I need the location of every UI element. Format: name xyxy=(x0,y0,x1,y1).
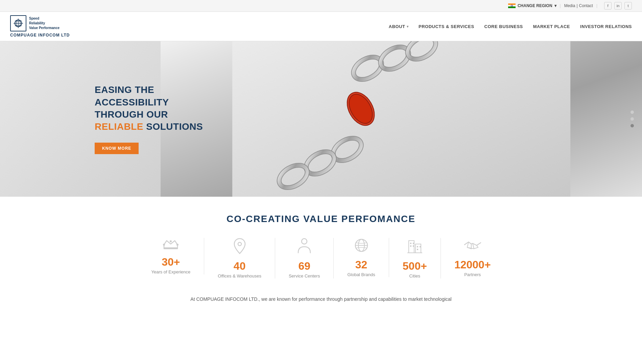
topbar-divider2: | xyxy=(596,3,597,8)
svg-rect-29 xyxy=(415,244,421,253)
svg-rect-22 xyxy=(164,247,177,249)
slider-dots xyxy=(631,111,634,127)
cities-number: 500+ xyxy=(403,261,427,271)
topbar-links: Media | Contact xyxy=(564,3,593,8)
hero-line1: EASING THE ACCESSIBILITY THROUGH OUR xyxy=(95,84,220,121)
logo-graphic: Speed Reliability Value Performance xyxy=(10,15,60,31)
svg-rect-31 xyxy=(413,243,414,244)
change-region-label: CHANGE REGION xyxy=(518,3,552,8)
hero-title: EASING THE ACCESSIBILITY THROUGH OUR REL… xyxy=(95,84,220,133)
description-section: At COMPUAGE INFOCOM LTD., we are known f… xyxy=(0,289,642,310)
svg-rect-35 xyxy=(417,249,418,250)
facebook-icon[interactable]: f xyxy=(604,2,612,9)
svg-point-24 xyxy=(302,239,307,244)
logo-line1: Speed xyxy=(29,16,60,21)
nav-core-business[interactable]: CORE BUSINESS xyxy=(484,21,523,32)
stats-title: CO-CREATING VALUE PERFOMANCE xyxy=(10,214,632,224)
change-region-button[interactable]: CHANGE REGION ▾ xyxy=(508,3,556,8)
crown-icon xyxy=(163,238,179,253)
logo-icon xyxy=(10,15,26,31)
hero-normal: SOLUTIONS xyxy=(143,121,203,132)
slider-dot-3[interactable] xyxy=(631,124,634,127)
offices-label: Offices & Warehouses xyxy=(218,273,261,278)
stat-years: 30+ Years of Experience xyxy=(138,238,204,274)
svg-point-23 xyxy=(238,242,241,246)
hero-highlight: RELIABLE xyxy=(95,121,143,132)
topbar-divider: | xyxy=(560,3,561,8)
description-text: At COMPUAGE INFOCOM LTD., we are known f… xyxy=(68,295,574,303)
handshake-icon xyxy=(464,238,481,256)
logo-line2: Reliability xyxy=(29,21,60,26)
nav-about[interactable]: ABOUT ▾ xyxy=(389,21,408,32)
linkedin-icon[interactable]: in xyxy=(614,2,622,9)
hero-background xyxy=(161,41,642,197)
location-icon xyxy=(234,238,246,257)
company-name: COMPUAGE INFOCOM LTD xyxy=(10,33,70,38)
nav-products-services[interactable]: PRODUCTS & SERVICES xyxy=(419,21,474,32)
globe-icon xyxy=(354,238,369,256)
stat-offices: 40 Offices & Warehouses xyxy=(204,238,275,278)
topbar-link-separator: | xyxy=(576,3,577,8)
svg-point-21 xyxy=(170,240,172,242)
brands-number: 32 xyxy=(355,259,367,270)
media-link[interactable]: Media xyxy=(564,3,575,8)
twitter-icon[interactable]: t xyxy=(624,2,632,9)
stat-service: 69 Service Centers xyxy=(275,238,334,278)
service-number: 69 xyxy=(298,261,310,271)
about-dropdown-arrow: ▾ xyxy=(407,25,409,28)
years-label: Years of Experience xyxy=(151,269,190,274)
nav-market-place[interactable]: MARKET PLACE xyxy=(533,21,570,32)
svg-rect-30 xyxy=(410,243,411,244)
stats-section: CO-CREATING VALUE PERFOMANCE 30+ Years o… xyxy=(0,197,642,289)
dropdown-arrow-icon: ▾ xyxy=(554,3,556,8)
logo-text-block: Speed Reliability Value Performance xyxy=(29,16,60,30)
svg-rect-34 xyxy=(417,246,418,247)
service-label: Service Centers xyxy=(289,273,320,278)
slider-dot-1[interactable] xyxy=(631,111,634,114)
logo-area: Speed Reliability Value Performance COMP… xyxy=(10,15,70,38)
hero-line2: RELIABLE SOLUTIONS xyxy=(95,121,220,133)
india-flag-icon xyxy=(508,3,516,8)
logo-line3: Value Performance xyxy=(29,26,60,30)
stats-grid: 30+ Years of Experience 40 Offices & War… xyxy=(10,238,632,278)
years-number: 30+ xyxy=(162,257,180,267)
partners-number: 12000+ xyxy=(454,259,491,270)
svg-rect-36 xyxy=(420,246,421,247)
svg-point-20 xyxy=(176,244,179,246)
contact-link[interactable]: Contact xyxy=(579,3,593,8)
svg-rect-33 xyxy=(413,245,414,247)
nav-investor-relations[interactable]: INVESTOR RELATIONS xyxy=(580,21,632,32)
slider-dot-2[interactable] xyxy=(631,117,634,121)
brands-label: Global Brands xyxy=(347,272,375,277)
svg-rect-32 xyxy=(410,245,411,247)
partners-label: Partners xyxy=(464,272,481,277)
stat-brands: 32 Global Brands xyxy=(334,238,389,277)
social-icons-group: f in t xyxy=(604,2,632,9)
top-bar: CHANGE REGION ▾ | Media | Contact | f in… xyxy=(0,0,642,12)
main-nav: ABOUT ▾ PRODUCTS & SERVICES CORE BUSINES… xyxy=(389,21,632,32)
building-icon xyxy=(407,238,422,257)
navbar: Speed Reliability Value Performance COMP… xyxy=(0,12,642,41)
stat-cities: 500+ Cities xyxy=(389,238,441,278)
svg-point-19 xyxy=(163,244,165,246)
hero-section: EASING THE ACCESSIBILITY THROUGH OUR REL… xyxy=(0,41,642,197)
hero-content: EASING THE ACCESSIBILITY THROUGH OUR REL… xyxy=(0,84,220,154)
person-icon xyxy=(298,238,311,257)
cities-label: Cities xyxy=(409,273,421,278)
know-more-button[interactable]: KNOW MORE xyxy=(95,143,139,154)
stat-partners: 12000+ Partners xyxy=(441,238,504,277)
offices-number: 40 xyxy=(234,261,246,271)
